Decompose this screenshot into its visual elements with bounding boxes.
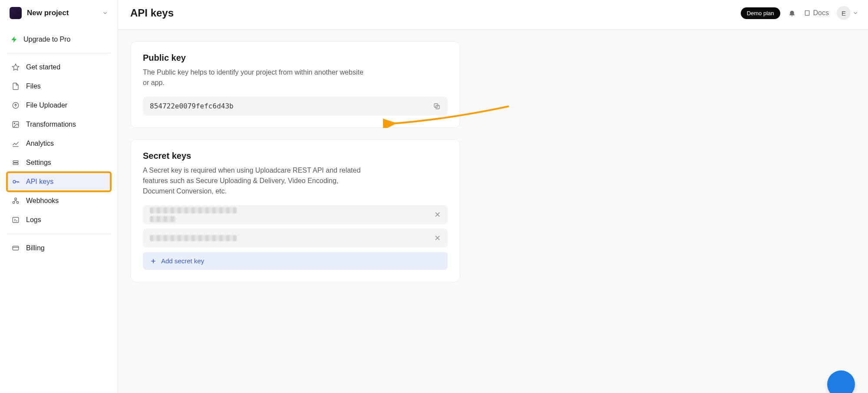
sidebar-item-billing[interactable]: Billing <box>7 239 111 258</box>
star-icon <box>11 63 20 72</box>
sidebar-item-label: File Uploader <box>26 102 67 109</box>
project-avatar <box>10 7 22 19</box>
docs-label: Docs <box>813 9 829 17</box>
svg-rect-11 <box>13 246 19 250</box>
page-title: API keys <box>130 7 174 19</box>
sidebar-item-label: Webhooks <box>26 197 59 205</box>
project-name-label: New project <box>27 9 97 17</box>
secret-key-masked <box>150 207 237 222</box>
file-icon <box>11 82 20 91</box>
secret-keys-card: Secret keys A Secret key is required whe… <box>130 139 460 282</box>
svg-point-6 <box>13 180 16 183</box>
public-key-value: 854722e0079fefc6d43b <box>150 102 234 110</box>
chevron-down-icon[interactable] <box>852 10 858 16</box>
close-icon: ✕ <box>434 210 441 219</box>
secret-keys-title: Secret keys <box>143 151 448 161</box>
plus-icon <box>150 258 157 265</box>
sidebar-item-api-keys[interactable]: API keys <box>7 172 111 191</box>
public-key-title: Public key <box>143 53 448 63</box>
sidebar-item-label: Transformations <box>26 121 76 128</box>
divider <box>7 53 111 53</box>
secret-key-masked <box>150 235 237 241</box>
svg-rect-4 <box>13 161 18 163</box>
notifications-button[interactable] <box>788 9 796 17</box>
sidebar: New project Upgrade to Pro Get started <box>0 0 118 393</box>
add-secret-key-button[interactable]: Add secret key <box>143 252 448 270</box>
sidebar-item-label: Get started <box>26 63 60 71</box>
sidebar-item-settings[interactable]: Settings <box>7 153 111 172</box>
topbar: API keys Demo plan Docs E <box>118 0 868 30</box>
secret-key-row: ✕ <box>143 205 448 224</box>
chart-icon <box>11 139 20 148</box>
project-selector[interactable]: New project <box>0 0 118 26</box>
sidebar-item-label: Settings <box>26 159 51 167</box>
image-icon <box>11 120 20 129</box>
sidebar-item-file-uploader[interactable]: File Uploader <box>7 96 111 115</box>
svg-point-9 <box>15 198 17 200</box>
key-icon <box>11 177 20 186</box>
upload-icon <box>11 101 20 110</box>
card-icon <box>11 244 20 252</box>
sidebar-item-label: Logs <box>26 216 41 224</box>
settings-icon <box>11 158 20 167</box>
sidebar-item-logs[interactable]: Logs <box>7 210 111 229</box>
svg-rect-5 <box>13 163 18 165</box>
chevron-down-icon <box>102 10 108 16</box>
docs-link[interactable]: Docs <box>804 9 829 17</box>
svg-marker-0 <box>13 64 19 70</box>
user-menu[interactable]: E <box>837 6 851 20</box>
user-initial: E <box>842 10 846 17</box>
sidebar-item-label: API keys <box>26 178 53 186</box>
sidebar-item-label: Files <box>26 82 41 90</box>
sidebar-item-webhooks[interactable]: Webhooks <box>7 191 111 210</box>
copy-icon <box>433 102 441 110</box>
delete-secret-button[interactable]: ✕ <box>434 233 441 243</box>
main-content: API keys Demo plan Docs E <box>118 0 868 393</box>
sidebar-item-label: Analytics <box>26 140 54 147</box>
bolt-icon <box>10 36 18 43</box>
upgrade-link[interactable]: Upgrade to Pro <box>7 30 111 49</box>
secret-key-row: ✕ <box>143 229 448 248</box>
plan-badge[interactable]: Demo plan <box>741 7 780 19</box>
sidebar-item-transformations[interactable]: Transformations <box>7 115 111 134</box>
public-key-card: Public key The Public key helps to ident… <box>130 41 460 128</box>
svg-point-3 <box>14 123 15 124</box>
sidebar-item-get-started[interactable]: Get started <box>7 58 111 77</box>
sidebar-item-label: Billing <box>26 244 45 252</box>
book-icon <box>804 10 811 16</box>
public-key-description: The Public key helps to identify your pr… <box>143 67 369 88</box>
secret-keys-description: A Secret key is required when using Uplo… <box>143 165 369 196</box>
divider <box>7 234 111 234</box>
webhook-icon <box>11 196 20 205</box>
terminal-icon <box>11 216 20 224</box>
bell-icon <box>788 9 796 17</box>
delete-secret-button[interactable]: ✕ <box>434 210 441 219</box>
sidebar-item-files[interactable]: Files <box>7 77 111 96</box>
close-icon: ✕ <box>434 234 441 242</box>
sidebar-item-analytics[interactable]: Analytics <box>7 134 111 153</box>
public-key-box: 854722e0079fefc6d43b <box>143 97 448 115</box>
upgrade-label: Upgrade to Pro <box>23 36 71 43</box>
add-secret-label: Add secret key <box>161 257 204 265</box>
copy-button[interactable] <box>433 102 441 110</box>
